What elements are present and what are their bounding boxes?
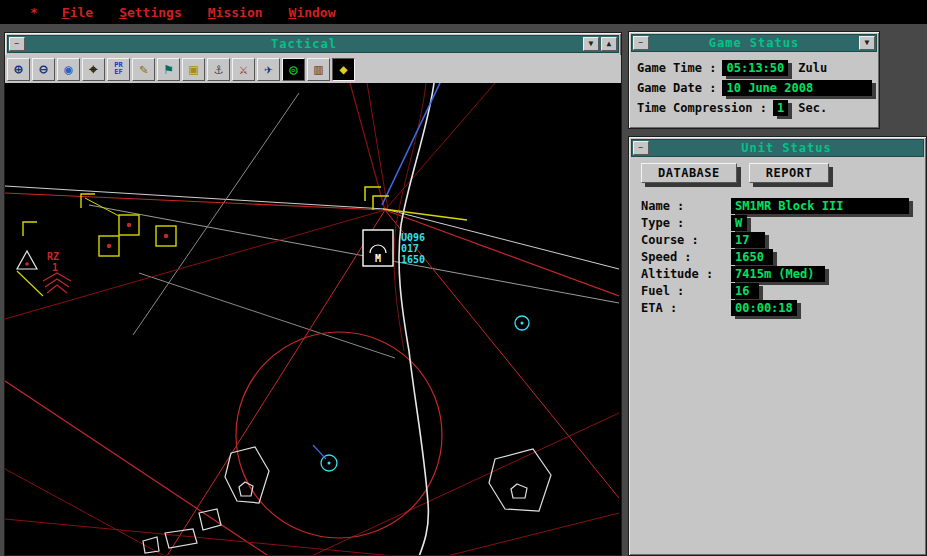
- unit-filter-button[interactable]: ▣: [182, 58, 205, 81]
- menu-bar: * File Settings Mission Window: [0, 0, 927, 24]
- unit-status-fields: Name : SM1MR Block III Type : W Course :…: [641, 197, 914, 316]
- speed-value: 1650: [731, 249, 773, 265]
- time-compression-label: Time Compression :: [637, 101, 767, 115]
- anchor-button[interactable]: ⚓: [207, 58, 230, 81]
- tactical-map[interactable]: M U096 017 1650: [5, 83, 621, 555]
- weapons-icon: ⚔: [239, 62, 247, 76]
- tactical-title: Tactical: [26, 37, 582, 51]
- time-compression-suffix: Sec.: [798, 101, 827, 115]
- aircraft-icon: ✈: [264, 62, 272, 76]
- preferences-button[interactable]: PR EF: [107, 58, 130, 81]
- game-date-label: Game Date :: [637, 81, 716, 95]
- waypoint-button[interactable]: ◆: [332, 58, 355, 81]
- fuel-label: Fuel :: [641, 284, 731, 298]
- field-fuel: Fuel : 16: [641, 282, 914, 299]
- flag-button[interactable]: ⚑: [157, 58, 180, 81]
- menu-indicator: *: [30, 5, 38, 20]
- unit-status-window: − Unit Status DATABASE REPORT Name : SM1…: [628, 136, 927, 556]
- minimize-button[interactable]: −: [9, 37, 25, 51]
- game-time-row: Game Time : 05:13:50 Zulu: [637, 58, 871, 78]
- field-course: Course : 17: [641, 231, 914, 248]
- field-type: Type : W: [641, 214, 914, 231]
- center-view-button[interactable]: ⌖: [82, 58, 105, 81]
- zoom-in-button[interactable]: ⊕: [7, 58, 30, 81]
- pencil-icon: ✎: [139, 62, 147, 76]
- game-status-title: Game Status: [650, 36, 858, 50]
- menu-mission[interactable]: Mission: [208, 5, 263, 20]
- name-value: SM1MR Block III: [731, 198, 909, 214]
- minimize-button[interactable]: −: [633, 36, 649, 50]
- coastline: [399, 83, 434, 555]
- map-canvas: M U096 017 1650: [5, 83, 619, 555]
- minimize-button[interactable]: −: [633, 141, 649, 155]
- game-status-window: − Game Status ▼ Game Time : 05:13:50 Zul…: [628, 31, 880, 129]
- type-value: W: [731, 215, 747, 231]
- name-label: Name :: [641, 199, 731, 213]
- database-button[interactable]: DATABASE: [641, 163, 737, 183]
- zoom-out-icon: ⊖: [39, 62, 47, 76]
- shade-down-button[interactable]: ▼: [583, 37, 599, 51]
- aircraft-button[interactable]: ✈: [257, 58, 280, 81]
- blue-course-line: [382, 83, 440, 205]
- crosshair-icon: ⌖: [90, 62, 98, 76]
- unit-status-titlebar: − Unit Status: [631, 139, 924, 157]
- speed-label: Speed :: [641, 250, 731, 264]
- radar-icon: ◎: [289, 62, 297, 76]
- friendly-contact-1[interactable]: [515, 316, 529, 330]
- pref-icon-line2: EF: [114, 69, 122, 76]
- game-status-body: Game Time : 05:13:50 Zulu Game Date : 10…: [629, 54, 879, 122]
- unit-data-label: U096 017 1650: [401, 232, 425, 265]
- chart-button[interactable]: ▥: [307, 58, 330, 81]
- shade-up-button[interactable]: ▲: [601, 37, 617, 51]
- weapons-button[interactable]: ⚔: [232, 58, 255, 81]
- radar-button[interactable]: ◎: [282, 58, 305, 81]
- flag-icon: ⚑: [164, 62, 172, 76]
- draw-button[interactable]: ✎: [132, 58, 155, 81]
- unit-status-buttons: DATABASE REPORT: [641, 163, 914, 183]
- tactical-toolbar: ⊕ ⊖ ◉ ⌖ PR EF ✎ ⚑ ▣ ⚓ ⚔ ✈ ◎ ▥ ◆: [5, 55, 621, 83]
- unit-label-speed: 1650: [401, 254, 425, 265]
- field-altitude: Altitude : 7415m (Med): [641, 265, 914, 282]
- magnifier-icon: ◉: [64, 62, 72, 76]
- bar-chart-icon: ▥: [314, 62, 322, 76]
- zoom-in-icon: ⊕: [14, 62, 22, 76]
- tactical-titlebar: − Tactical ▼ ▲: [7, 35, 619, 53]
- unit-label-id: U096: [401, 232, 425, 243]
- field-eta: ETA : 00:00:18: [641, 299, 914, 316]
- selected-unit-symbol[interactable]: M: [363, 230, 393, 266]
- eta-label: ETA :: [641, 301, 731, 315]
- game-date-row: Game Date : 10 June 2008: [637, 78, 871, 98]
- time-compression-row: Time Compression : 1 Sec.: [637, 98, 871, 118]
- field-speed: Speed : 1650: [641, 248, 914, 265]
- friendly-contact-2[interactable]: [321, 455, 337, 471]
- unit-status-title: Unit Status: [650, 141, 923, 155]
- game-time-suffix: Zulu: [798, 61, 827, 75]
- time-compression-value[interactable]: 1: [773, 100, 788, 116]
- friendly-course-tick: [313, 445, 326, 459]
- anchor-icon: ⚓: [214, 62, 222, 76]
- unit-m-symbol: M: [375, 253, 381, 264]
- altitude-value: 7415m (Med): [731, 266, 825, 282]
- altitude-label: Altitude :: [641, 267, 731, 281]
- game-status-titlebar: − Game Status ▼: [631, 34, 877, 52]
- neutral-triangle-symbol[interactable]: [17, 251, 37, 269]
- menu-window[interactable]: Window: [289, 5, 336, 20]
- rz-marker: RZ 1: [43, 251, 71, 293]
- map-boundary-lines: [5, 83, 619, 555]
- menu-settings[interactable]: Settings: [119, 5, 182, 20]
- rz-label: RZ: [47, 251, 59, 262]
- tactical-window: − Tactical ▼ ▲ ⊕ ⊖ ◉ ⌖ PR EF ✎ ⚑ ▣ ⚓ ⚔ ✈…: [4, 32, 622, 556]
- magnify-button[interactable]: ◉: [57, 58, 80, 81]
- window-menu-button[interactable]: ▼: [859, 36, 875, 50]
- type-label: Type :: [641, 216, 731, 230]
- game-date-value: 10 June 2008: [722, 80, 872, 96]
- game-time-value: 05:13:50: [722, 60, 788, 76]
- rz-wing-symbol: [43, 273, 71, 293]
- hostile-unit-group[interactable]: [17, 194, 176, 296]
- waypoint-icon: ◆: [339, 62, 347, 76]
- menu-file[interactable]: File: [62, 5, 93, 20]
- fuel-value: 16: [731, 283, 759, 299]
- report-button[interactable]: REPORT: [749, 163, 829, 183]
- zoom-out-button[interactable]: ⊖: [32, 58, 55, 81]
- game-time-label: Game Time :: [637, 61, 716, 75]
